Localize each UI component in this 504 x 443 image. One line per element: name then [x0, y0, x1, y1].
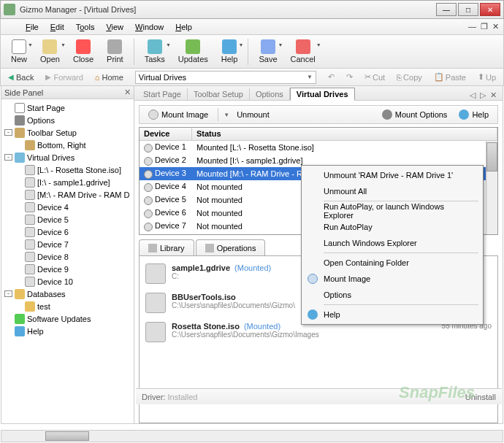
col-device[interactable]: Device	[140, 128, 192, 140]
horizontal-scrollbar[interactable]	[1, 430, 503, 442]
ctx-open-folder[interactable]: Open Containing Folder	[303, 255, 481, 271]
tree-drive-6[interactable]: Device 6	[3, 226, 132, 238]
tasks-button[interactable]: Tasks▼	[139, 38, 171, 65]
ctx-launch-explorer[interactable]: Launch Windows Explorer	[303, 235, 481, 251]
help-button[interactable]: Help	[454, 108, 493, 121]
open-button[interactable]: Open▼	[34, 38, 66, 65]
ctx-help[interactable]: Help	[303, 307, 481, 323]
toolbar-icon	[25, 140, 35, 150]
tab-options[interactable]: Options	[250, 88, 290, 100]
tab-next-icon[interactable]: ▷	[480, 90, 486, 100]
ctx-autoplay-or-explorer[interactable]: Run AutoPlay, or launch Windows Explorer	[303, 203, 481, 219]
tree-options[interactable]: Options	[3, 114, 132, 126]
print-button[interactable]: Print	[101, 38, 129, 65]
help-icon	[308, 309, 318, 320]
minimize-button[interactable]: —	[436, 3, 457, 16]
tab-virtual-drives[interactable]: Virtual Drives	[290, 88, 355, 101]
tree-drive-9[interactable]: Device 9	[3, 263, 132, 275]
paste-button[interactable]: 📋 Paste	[429, 71, 470, 83]
file-icon	[145, 322, 166, 342]
tree-virtual-drives[interactable]: -Virtual Drives	[3, 151, 132, 163]
tree-db-test[interactable]: test	[3, 300, 132, 312]
forward-arrow-icon: ▶	[45, 73, 51, 81]
up-button[interactable]: ⬆ Up	[473, 71, 500, 83]
mount-dropdown-icon[interactable]: ▼	[224, 112, 229, 118]
maximize-button[interactable]: □	[458, 3, 478, 16]
back-button[interactable]: ◀Back	[4, 72, 38, 83]
forward-button[interactable]: ▶Forward	[41, 72, 87, 83]
mount-image-button[interactable]: Mount Image	[144, 108, 213, 121]
menu-file[interactable]: File	[20, 21, 45, 33]
tab-start-page[interactable]: Start Page	[137, 88, 188, 100]
tree-drive-7[interactable]: Device 7	[3, 238, 132, 250]
close-button[interactable]: ✕	[480, 3, 500, 16]
home-icon: ⌂	[95, 73, 100, 82]
status-bar: Driver: Installed Uninstall	[136, 388, 502, 404]
tree-drive-4[interactable]: Device 4	[3, 201, 132, 213]
menu-window[interactable]: Window	[129, 21, 169, 33]
tab-library[interactable]: Library	[139, 239, 194, 255]
tree-bottom-right[interactable]: Bottom, Right	[3, 139, 132, 151]
menu-edit[interactable]: Edit	[45, 21, 70, 33]
mdi-minimize-icon[interactable]: —	[468, 22, 476, 31]
tree-drive-5[interactable]: Device 5	[3, 213, 132, 226]
ctx-options[interactable]: Options	[303, 287, 481, 303]
table-scrollbar[interactable]	[486, 141, 497, 234]
redo-button[interactable]: ↷	[342, 71, 357, 83]
tree-drive-1[interactable]: [L:\ - Rosetta Stone.iso]	[3, 163, 132, 176]
menu-view[interactable]: View	[100, 21, 129, 33]
save-icon	[261, 39, 275, 54]
collapse-icon[interactable]: -	[4, 290, 12, 297]
ctx-unmount-all[interactable]: Unmount All	[303, 183, 481, 199]
col-status[interactable]: Status	[192, 128, 497, 140]
close-button-tb[interactable]: Close	[67, 38, 99, 65]
updates-button[interactable]: Updates	[172, 38, 214, 65]
scrollbar-thumb[interactable]	[45, 431, 89, 441]
home-button[interactable]: ⌂Home	[91, 72, 128, 83]
tab-prev-icon[interactable]: ◁	[470, 90, 476, 100]
collapse-icon[interactable]: -	[4, 154, 12, 161]
app-menu-icon[interactable]	[5, 22, 15, 32]
scrollbar-thumb[interactable]	[486, 142, 497, 172]
tree-drive-8[interactable]: Device 8	[3, 250, 132, 263]
side-panel-close-icon[interactable]: ✕	[124, 88, 131, 97]
file-name: Rosetta Stone.iso	[172, 322, 240, 331]
tree-help[interactable]: Help	[3, 325, 132, 337]
menu-tools[interactable]: Tools	[70, 21, 101, 33]
uninstall-link[interactable]: Uninstall	[465, 393, 496, 401]
disc-icon	[25, 202, 35, 212]
collapse-icon[interactable]: -	[4, 129, 12, 136]
disc-icon	[25, 215, 35, 225]
unmount-button[interactable]: Unmount	[232, 109, 274, 120]
help-icon	[459, 109, 469, 120]
help-button-tb[interactable]: Help▼	[215, 38, 244, 65]
tab-toolbar-setup[interactable]: Toolbar Setup	[188, 88, 250, 100]
tab-close-icon[interactable]: ✕	[490, 90, 497, 100]
menu-help[interactable]: Help	[169, 21, 198, 33]
mount-options-button[interactable]: Mount Options	[378, 108, 452, 121]
tree-drive-2[interactable]: [I:\ - sample1.gdrive]	[3, 176, 132, 188]
tree-start-page[interactable]: Start Page	[3, 101, 132, 114]
mdi-restore-icon[interactable]: ❐	[481, 22, 488, 31]
tab-operations[interactable]: Operations	[196, 239, 266, 255]
cancel-button[interactable]: Cancel▼	[285, 38, 321, 65]
table-row[interactable]: Device 1Mounted [L:\ - Rosetta Stone.iso…	[140, 141, 497, 154]
tree-drive-10[interactable]: Device 10	[3, 275, 132, 288]
chevron-down-icon[interactable]: ▼	[307, 74, 313, 80]
save-button[interactable]: Save▼	[253, 38, 283, 65]
tree-toolbar-setup[interactable]: -Toolbar Setup	[3, 126, 132, 139]
new-button[interactable]: New▼	[5, 38, 33, 65]
tree-databases[interactable]: -Databases	[3, 288, 132, 300]
tree-software-updates[interactable]: Software Updates	[3, 312, 132, 325]
copy-button[interactable]: ⎘ Copy	[392, 72, 427, 83]
cut-button[interactable]: ✂ Cut	[360, 71, 389, 83]
library-icon	[148, 244, 157, 253]
ctx-run-autoplay[interactable]: Run AutoPlay	[303, 219, 481, 235]
disc-icon	[144, 223, 153, 231]
ctx-mount-image[interactable]: Mount Image	[303, 271, 481, 287]
undo-button[interactable]: ↶	[324, 71, 339, 83]
mdi-close-icon[interactable]: ✕	[492, 22, 499, 31]
address-bar[interactable]: Virtual Drives▼	[135, 71, 316, 84]
tree-drive-3[interactable]: [M:\ - RAM Drive - RAM D	[3, 188, 132, 201]
ctx-unmount[interactable]: Unmount 'RAM Drive - RAM Drive 1'	[303, 167, 481, 183]
